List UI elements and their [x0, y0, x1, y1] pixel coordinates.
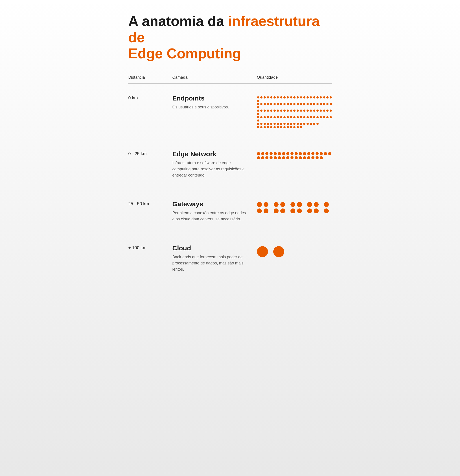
dot [323, 116, 325, 118]
dot [306, 123, 309, 125]
dot [311, 152, 314, 155]
dot [330, 110, 332, 112]
dot [287, 116, 289, 118]
dot [316, 156, 319, 159]
dot [295, 152, 298, 155]
dot [330, 116, 332, 118]
dot [273, 123, 276, 125]
dot [293, 103, 296, 105]
quantity-viz-endpoints [257, 94, 332, 128]
dot [257, 103, 259, 105]
dot [267, 103, 269, 105]
dot [303, 103, 305, 105]
dot [261, 156, 264, 159]
dot-cloud-1 [257, 246, 268, 257]
dot [277, 123, 279, 125]
dot [287, 126, 289, 128]
dots-edge-network [257, 152, 331, 159]
dot [273, 110, 276, 112]
dot [274, 208, 279, 213]
dot [313, 96, 315, 99]
dot [274, 152, 277, 155]
dot [297, 103, 299, 105]
dot [316, 116, 319, 118]
dot [310, 116, 312, 118]
dot [263, 96, 266, 99]
dot [278, 156, 281, 159]
dot [313, 123, 315, 125]
dot [320, 110, 322, 112]
dot [257, 96, 259, 99]
dot [287, 96, 289, 99]
layer-desc-edge-network: Infraestrutura e software de edge comput… [172, 160, 248, 178]
dot [303, 152, 306, 155]
dot [324, 202, 329, 207]
dot [280, 202, 285, 207]
dot [282, 152, 285, 155]
dot [263, 116, 266, 118]
dot [283, 123, 286, 125]
dot [316, 152, 319, 155]
dot [297, 110, 299, 112]
dot [310, 103, 312, 105]
dot [311, 156, 314, 159]
dot [267, 126, 269, 128]
dot [273, 126, 276, 128]
dot [290, 202, 295, 207]
layer-desc-endpoints: Os usuários e seus dispositivos. [172, 104, 248, 110]
table-row: + 100 km Cloud Back-ends que fornecem ma… [128, 233, 332, 284]
dot [273, 96, 276, 99]
main-title: A anatomia da infraestrutura de Edge Com… [128, 13, 332, 62]
dot [257, 126, 259, 128]
dot [313, 103, 315, 105]
layer-name-cloud: Cloud [172, 244, 248, 252]
dot [303, 123, 305, 125]
table-row: 0 - 25 km Edge Network Infraestrutura e … [128, 139, 332, 189]
dot [313, 110, 315, 112]
dot [263, 103, 266, 105]
dot [323, 96, 325, 99]
table-row: 25 - 50 km Gateways Permitem a conexão e… [128, 189, 332, 233]
dot [260, 123, 263, 125]
dot [260, 126, 263, 128]
dot [290, 156, 294, 159]
dot [274, 202, 279, 207]
dot [263, 202, 268, 207]
dot [310, 123, 312, 125]
dot [316, 96, 319, 99]
col-header-quantidade: Quantidade [257, 75, 332, 80]
dot [280, 96, 282, 99]
dot [297, 123, 299, 125]
dot [270, 103, 272, 105]
dot [303, 116, 305, 118]
dot [310, 110, 312, 112]
dot [307, 152, 310, 155]
title-block: A anatomia da infraestrutura de Edge Com… [128, 13, 332, 62]
dot [283, 96, 286, 99]
dot [286, 152, 289, 155]
dot [313, 116, 315, 118]
dot [324, 208, 329, 213]
dot [290, 208, 295, 213]
dot [320, 152, 323, 155]
dot [280, 123, 282, 125]
dot [263, 123, 266, 125]
dot [260, 103, 263, 105]
dot [307, 208, 312, 213]
dot [299, 152, 302, 155]
dot [277, 96, 279, 99]
dot [270, 126, 272, 128]
dot [257, 116, 259, 118]
quantity-viz-cloud [257, 244, 332, 257]
dot [293, 123, 296, 125]
dot [261, 152, 264, 155]
dot [277, 126, 279, 128]
col-header-camada: Camada [172, 75, 257, 80]
dot [314, 202, 319, 207]
dot [277, 116, 279, 118]
dot [257, 123, 259, 125]
quantity-viz-edge-network [257, 150, 332, 159]
dot [283, 103, 286, 105]
dot [328, 152, 331, 155]
dot [263, 126, 266, 128]
